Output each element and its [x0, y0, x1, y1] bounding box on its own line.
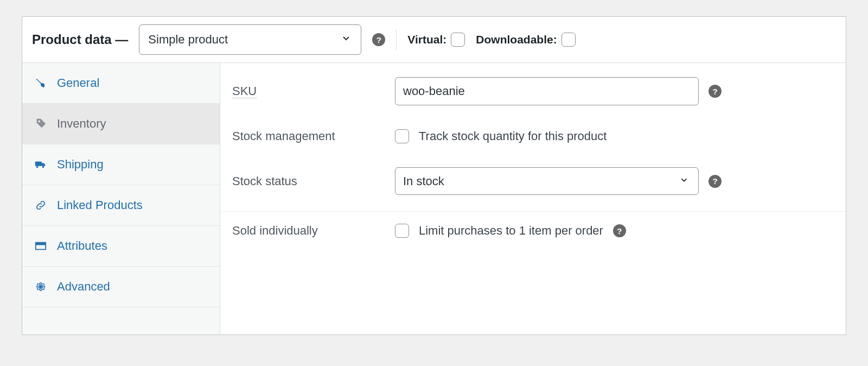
help-icon[interactable]: ? — [613, 224, 626, 237]
link-icon — [34, 199, 47, 212]
tab-advanced: Advanced — [22, 267, 220, 307]
svg-point-1 — [39, 286, 42, 289]
card-icon — [34, 239, 47, 253]
tab-attributes: Attributes — [22, 226, 220, 267]
sku-input[interactable] — [395, 77, 699, 105]
tab-general: General — [22, 63, 220, 104]
sku-label: SKU — [232, 84, 395, 98]
tab-label: Advanced — [57, 280, 110, 294]
product-tabs: General Inventory — [22, 63, 220, 335]
sold-individually-desc: Limit purchases to 1 item per order — [419, 224, 603, 238]
sold-individually-label: Sold individually — [232, 224, 395, 238]
truck-icon — [34, 158, 47, 171]
product-type-select[interactable]: Simple product — [139, 24, 361, 55]
tab-linked-products: Linked Products — [22, 185, 220, 226]
tab-label: Inventory — [57, 117, 106, 131]
downloadable-toggle[interactable]: Downloadable: — [476, 33, 575, 47]
tab-inventory: Inventory — [22, 104, 220, 144]
product-data-panel: Product data — Simple product ? Virtual:… — [22, 16, 846, 335]
help-icon[interactable]: ? — [709, 85, 722, 98]
tab-label: General — [57, 76, 99, 90]
tab-label: Attributes — [57, 239, 107, 253]
sold-individually-checkbox[interactable] — [395, 224, 409, 238]
stock-management-desc: Track stock quantity for this product — [419, 129, 607, 143]
tab-label: Linked Products — [57, 198, 143, 212]
wrench-icon — [34, 77, 47, 90]
panel-title: Product data — — [32, 32, 128, 47]
tab-shipping: Shipping — [22, 144, 220, 185]
tag-icon — [34, 117, 47, 130]
stock-management-row: Stock management Track stock quantity fo… — [220, 117, 846, 155]
stock-status-label: Stock status — [232, 174, 395, 188]
downloadable-checkbox[interactable] — [561, 33, 576, 47]
stock-management-label: Stock management — [232, 129, 395, 143]
sold-individually-row: Sold individually Limit purchases to 1 i… — [220, 212, 846, 250]
divider — [396, 29, 397, 50]
stock-status-select[interactable]: In stock — [395, 167, 699, 195]
panel-body: General Inventory — [22, 63, 846, 335]
stock-management-checkbox[interactable] — [395, 129, 409, 143]
virtual-label: Virtual: — [407, 33, 446, 46]
help-icon[interactable]: ? — [709, 175, 722, 188]
downloadable-label: Downloadable: — [476, 33, 557, 46]
panel-header: Product data — Simple product ? Virtual:… — [22, 17, 846, 63]
stock-status-row: Stock status In stock ? — [220, 155, 846, 212]
inventory-fields: SKU ? Stock management Track stock quant… — [220, 63, 846, 335]
product-type-select-wrap: Simple product — [139, 24, 361, 55]
tab-label: Shipping — [57, 157, 104, 172]
help-icon[interactable]: ? — [372, 33, 385, 46]
sku-row: SKU ? — [220, 65, 846, 117]
svg-rect-0 — [36, 243, 46, 245]
virtual-toggle[interactable]: Virtual: — [407, 33, 465, 47]
virtual-checkbox[interactable] — [451, 33, 465, 47]
gear-icon — [34, 280, 47, 293]
